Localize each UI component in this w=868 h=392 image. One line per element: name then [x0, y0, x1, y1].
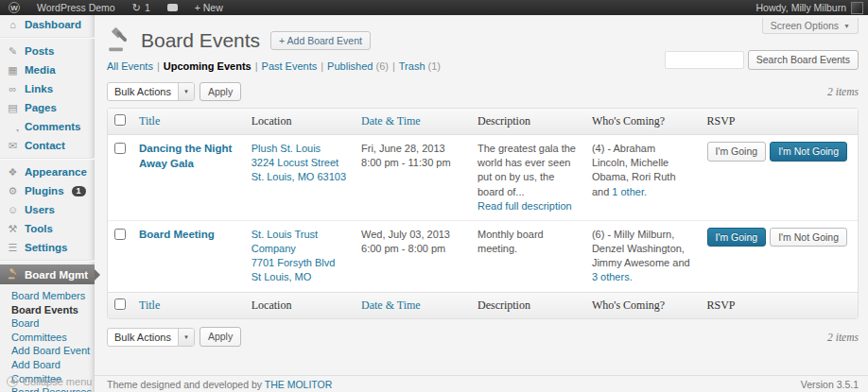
bulk-actions-label: Bulk Actions	[108, 329, 178, 346]
site-name-label: WordPress Demo	[37, 2, 115, 13]
admin-footer: Theme designed and developed by THE MOLI…	[95, 375, 868, 392]
footer-credit-text: Theme designed and developed by	[107, 379, 265, 390]
sidebar-item-users[interactable]: ☺ Users	[0, 200, 95, 219]
column-header-description: Description	[471, 109, 585, 135]
read-full-description-link[interactable]: Read full description	[477, 199, 579, 213]
column-header-rsvp: RSVP	[701, 109, 858, 135]
select-all-checkbox[interactable]	[114, 298, 126, 310]
filter-past-events[interactable]: Past Events	[262, 60, 318, 72]
collapse-menu-button[interactable]: ◀ Collapse menu	[7, 376, 92, 387]
howdy-label[interactable]: Howdy, Milly Milburn	[756, 2, 847, 13]
im-going-button[interactable]: I'm Going	[707, 228, 767, 247]
search-board-events-button[interactable]: Search Board Events	[748, 50, 859, 70]
column-header-date-time[interactable]: Date & Time	[355, 109, 471, 135]
event-title-link[interactable]: Dancing the Night Away Gala	[139, 143, 232, 169]
bulk-actions-select[interactable]: Bulk Actions ▼	[107, 82, 195, 101]
screen-options-label: Screen Options	[771, 20, 839, 31]
comments-link[interactable]	[159, 0, 186, 15]
sidebar-item-board-mgmt[interactable]: Board Mgmt	[0, 264, 95, 284]
settings-icon: ☰	[7, 243, 19, 253]
location-link[interactable]: Plush St. Louis	[252, 142, 348, 156]
site-name-link[interactable]: WordPress Demo	[28, 0, 124, 15]
sidebar-item-posts[interactable]: ✎ Posts	[0, 42, 95, 60]
row-checkbox[interactable]	[114, 143, 126, 154]
tablenav-top: Bulk Actions ▼ Apply 2 items	[107, 81, 859, 102]
wordpress-logo-menu[interactable]: W	[0, 0, 28, 15]
column-header-title[interactable]: Title	[132, 109, 245, 135]
sidebar-item-comments[interactable]: Comments	[0, 117, 95, 136]
table-row: Board Meeting St. Louis Trust Company 77…	[108, 220, 858, 292]
updates-link[interactable]: ↻ 1	[124, 0, 159, 15]
comment-bubble-icon	[7, 122, 19, 132]
event-datetime: Fri, June 28, 2013 8:00 pm - 11:30 pm	[355, 135, 471, 220]
location-link[interactable]: St. Louis Trust Company	[252, 228, 348, 256]
sidebar-item-label: Media	[25, 64, 56, 76]
items-count: 2 items	[827, 332, 859, 343]
sidebar-item-tools[interactable]: ⚒ Tools	[0, 219, 95, 238]
filter-upcoming-events[interactable]: Upcoming Events	[164, 60, 252, 72]
sidebar-item-label: Settings	[25, 242, 67, 253]
sidebar-item-pages[interactable]: ▤ Pages	[0, 98, 95, 117]
appearance-icon: ❖	[7, 167, 19, 178]
screen-options-tab[interactable]: Screen Options ▼	[762, 18, 859, 34]
submenu-board-members[interactable]: Board Members	[11, 289, 95, 303]
location-link[interactable]: St. Louis, MO 63103	[252, 170, 348, 184]
column-footer-date-time[interactable]: Date & Time	[355, 292, 471, 318]
sidebar-item-label: Links	[25, 83, 53, 94]
sidebar-item-label: Dashboard	[25, 19, 81, 30]
sidebar-item-appearance[interactable]: ❖ Appearance	[0, 162, 95, 181]
sidebar-item-dashboard[interactable]: ⌂ Dashboard	[0, 15, 95, 34]
apply-button[interactable]: Apply	[200, 327, 241, 347]
apply-button[interactable]: Apply	[200, 82, 241, 102]
row-checkbox[interactable]	[114, 229, 126, 240]
filter-trash[interactable]: Trash	[399, 60, 425, 72]
im-not-going-button[interactable]: I'm Not Going	[770, 142, 847, 162]
location-link[interactable]: 7701 Forsyth Blvd	[252, 256, 348, 270]
tablenav-bottom: Bulk Actions ▼ Apply 2 items	[107, 327, 859, 348]
select-arrow-icon: ▼	[178, 329, 194, 346]
location-link[interactable]: 3224 Locust Street	[252, 156, 348, 170]
im-not-going-button[interactable]: I'm Not Going	[770, 228, 847, 247]
admin-bar: W WordPress Demo ↻ 1 + New Howdy, Milly …	[0, 0, 868, 15]
add-board-event-button[interactable]: + Add Board Event	[270, 31, 371, 50]
others-link[interactable]: 1 other.	[612, 186, 647, 197]
event-description: Monthly board meeting.	[471, 220, 585, 292]
filter-separator: |	[392, 60, 395, 72]
submenu-board-committees[interactable]: Board Committees	[11, 316, 95, 344]
submenu-add-board-event[interactable]: Add Board Event	[11, 344, 95, 358]
search-input[interactable]	[665, 51, 744, 69]
select-all-checkbox[interactable]	[114, 114, 126, 126]
submenu-board-events[interactable]: Board Events	[11, 303, 95, 317]
gavel-page-icon	[107, 27, 132, 53]
plugin-icon: ⚙	[7, 186, 19, 196]
chevron-down-icon: ▼	[843, 23, 850, 29]
event-location: St. Louis Trust Company 7701 Forsyth Blv…	[245, 220, 355, 292]
column-footer-description: Description	[471, 292, 585, 318]
user-avatar[interactable]	[851, 2, 863, 14]
im-going-button[interactable]: I'm Going	[707, 142, 767, 162]
bulk-actions-select[interactable]: Bulk Actions ▼	[107, 328, 195, 347]
sidebar-item-settings[interactable]: ☰ Settings	[0, 238, 95, 257]
column-footer-location: Location	[245, 292, 355, 318]
new-content-menu[interactable]: + New	[186, 0, 232, 15]
board-events-table: Title Location Date & Time Description W…	[107, 108, 859, 319]
event-datetime: Wed, July 03, 2013 6:00 pm - 8:00 pm	[355, 220, 471, 292]
whos-coming-cell: (4) - Abraham Lincoln, Michelle Obama, R…	[585, 135, 701, 220]
filter-all-events[interactable]: All Events	[107, 60, 153, 72]
column-footer-title[interactable]: Title	[132, 292, 245, 318]
event-title-link[interactable]: Board Meeting	[139, 229, 215, 240]
location-link[interactable]: St Louis, MO	[252, 270, 348, 284]
column-header-location: Location	[245, 109, 355, 135]
sidebar-item-links[interactable]: ∞ Links	[0, 79, 95, 98]
theme-author-link[interactable]: THE MOLITOR	[265, 379, 333, 390]
filter-published[interactable]: Published	[327, 60, 373, 72]
sidebar-item-label: Users	[25, 204, 55, 215]
sidebar-item-media[interactable]: ▦ Media	[0, 60, 95, 79]
sidebar-item-label: Appearance	[25, 166, 87, 178]
sidebar-item-plugins[interactable]: ⚙ Plugins 1	[0, 181, 95, 200]
others-link[interactable]: 3 others.	[592, 271, 633, 282]
sidebar-item-label: Contact	[25, 140, 65, 151]
sidebar-item-contact[interactable]: ✉ Contact	[0, 136, 95, 155]
column-footer-whos-coming: Who's Coming?	[585, 292, 701, 318]
published-count: (6)	[376, 60, 389, 72]
